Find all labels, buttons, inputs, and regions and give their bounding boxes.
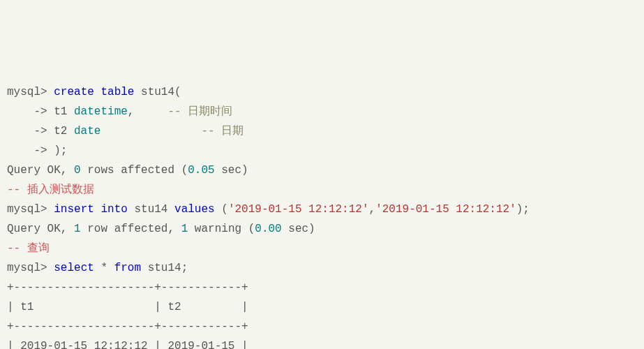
result-text: row affected, <box>81 223 181 235</box>
warning-count: 1 <box>181 223 188 235</box>
type-datetime: datetime <box>74 105 128 118</box>
sql-line-insert: mysql> insert into stu14 values ('2019-0… <box>7 200 637 219</box>
result-text: rows affected ( <box>81 164 188 177</box>
comment-line-query: -- 查询 <box>7 239 637 258</box>
paren-open: ( <box>215 203 228 216</box>
mysql-prompt: mysql> <box>7 86 54 98</box>
result-text: Query OK, <box>7 223 74 235</box>
sql-line-col2: -> t2 date -- 日期 <box>7 121 637 141</box>
result-text: sec) <box>282 223 315 235</box>
keyword-select: select <box>54 262 94 274</box>
table-header-row: | t1 | t2 | <box>7 297 637 317</box>
keyword-table: table <box>100 86 134 98</box>
sql-line-close: -> ); <box>7 141 637 161</box>
comma: , <box>369 203 376 216</box>
table-name: stu14 <box>128 203 174 216</box>
table-name: stu14; <box>141 262 188 274</box>
spacing <box>100 125 201 138</box>
duration: 0.05 <box>188 164 214 177</box>
result-text: warning ( <box>188 223 255 235</box>
sql-line-create: mysql> create table stu14( <box>7 82 637 102</box>
string-value-2: '2019-01-15 12:12:12' <box>375 203 516 216</box>
table-data-row: | 2019-01-15 12:12:12 | 2019-01-15 | <box>7 336 637 349</box>
paren-close: ); <box>516 203 530 216</box>
comment-date: -- 日期 <box>201 125 244 138</box>
terminal-output: mysql> create table stu14( -> t1 datetim… <box>7 82 637 349</box>
continuation-prompt: -> t2 <box>7 125 74 138</box>
result-line-insert: Query OK, 1 row affected, 1 warning (0.0… <box>7 219 637 239</box>
keyword-from: from <box>114 262 141 274</box>
table-name: stu14( <box>134 86 181 98</box>
sql-line-select: mysql> select * from stu14; <box>7 258 637 278</box>
rows-count: 0 <box>74 164 81 177</box>
table-border-mid: +---------------------+------------+ <box>7 317 637 336</box>
continuation-close: -> ); <box>7 144 67 157</box>
keyword-create: create <box>54 86 94 98</box>
row-count: 1 <box>74 223 81 235</box>
comment-insert-data: -- 插入测试数据 <box>7 184 94 196</box>
star: * <box>94 262 114 274</box>
comment-datetime: -- 日期时间 <box>167 105 232 118</box>
mysql-prompt: mysql> <box>7 203 54 216</box>
result-line-create: Query OK, 0 rows affected (0.05 sec) <box>7 161 637 180</box>
sql-line-col1: -> t1 datetime, -- 日期时间 <box>7 102 637 121</box>
duration: 0.00 <box>255 223 281 235</box>
string-value-1: '2019-01-15 12:12:12' <box>228 203 369 216</box>
result-text: sec) <box>215 164 248 177</box>
comment-line-insert: -- 插入测试数据 <box>7 180 637 200</box>
comma: , <box>128 105 168 118</box>
type-date: date <box>74 125 100 138</box>
result-text: Query OK, <box>7 164 74 177</box>
keyword-insert: insert <box>54 203 94 216</box>
table-border-top: +---------------------+------------+ <box>7 278 637 297</box>
comment-query: -- 查询 <box>7 242 50 255</box>
keyword-into: into <box>100 203 127 216</box>
mysql-prompt: mysql> <box>7 262 54 274</box>
keyword-values: values <box>174 203 215 216</box>
continuation-prompt: -> t1 <box>7 105 74 118</box>
